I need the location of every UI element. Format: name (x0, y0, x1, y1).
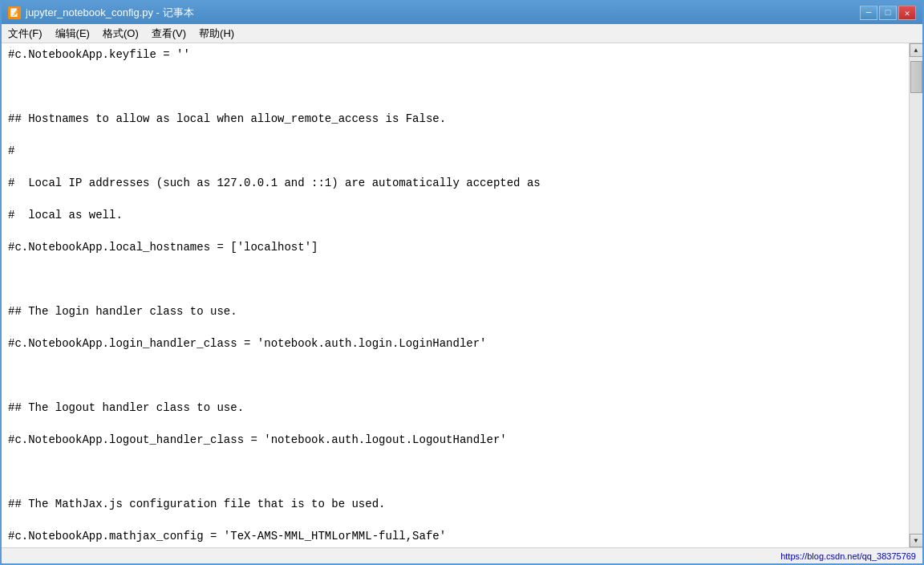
text-line-13 (8, 464, 902, 480)
app-icon: 📝 (8, 6, 21, 19)
text-line-14: ## The MathJax.js configuration file tha… (8, 496, 902, 512)
editor-content: #c.NotebookApp.keyfile = '' ## Hostnames… (2, 43, 909, 547)
editor-container: #c.NotebookApp.keyfile = '' ## Hostnames… (2, 43, 922, 547)
status-bar: https://blog.csdn.net/qq_38375769 (2, 547, 922, 563)
menu-file[interactable]: 文件(F) (2, 24, 49, 43)
scroll-thumb[interactable] (910, 61, 922, 93)
text-line-8: ## The login handler class to use. (8, 303, 902, 319)
menu-edit[interactable]: 编辑(E) (49, 24, 96, 43)
maximize-button[interactable]: □ (879, 6, 897, 20)
title-bar: 📝 jupyter_notebook_config.py - 记事本 ─ □ ✕ (2, 2, 922, 24)
scroll-track[interactable] (910, 57, 922, 534)
text-line-12: #c.NotebookApp.logout_handler_class = 'n… (8, 432, 902, 448)
text-line-4: # Local IP addresses (such as 127.0.0.1 … (8, 175, 902, 191)
text-editor[interactable]: #c.NotebookApp.keyfile = '' ## Hostnames… (2, 43, 909, 547)
menu-view[interactable]: 查看(V) (145, 24, 192, 43)
scroll-down-button[interactable]: ▼ (910, 534, 923, 547)
scroll-up-button[interactable]: ▲ (910, 43, 923, 57)
window-title: jupyter_notebook_config.py - 记事本 (26, 6, 194, 20)
text-line-9: #c.NotebookApp.login_handler_class = 'no… (8, 335, 902, 352)
minimize-button[interactable]: ─ (860, 6, 877, 20)
close-button[interactable]: ✕ (898, 6, 916, 20)
text-line-15: #c.NotebookApp.mathjax_config = 'TeX-AMS… (8, 528, 902, 544)
text-line-11: ## The logout handler class to use. (8, 400, 902, 416)
main-window: 📝 jupyter_notebook_config.py - 记事本 ─ □ ✕… (0, 0, 924, 565)
text-line-10 (8, 368, 902, 384)
text-line-6: #c.NotebookApp.local_hostnames = ['local… (8, 239, 902, 255)
menu-bar: 文件(F) 编辑(E) 格式(O) 查看(V) 帮助(H) (2, 24, 922, 43)
menu-help[interactable]: 帮助(H) (192, 24, 241, 43)
window-controls: ─ □ ✕ (860, 6, 916, 20)
vertical-scrollbar[interactable]: ▲ ▼ (909, 43, 922, 547)
text-line-5: # local as well. (8, 207, 902, 223)
text-line-3: # (8, 143, 902, 159)
title-bar-left: 📝 jupyter_notebook_config.py - 记事本 (8, 6, 194, 20)
menu-format[interactable]: 格式(O) (96, 24, 145, 43)
text-line-0: #c.NotebookApp.keyfile = '' (8, 47, 902, 63)
text-line-2: ## Hostnames to allow as local when allo… (8, 111, 902, 127)
text-line-7 (8, 271, 902, 287)
status-url: https://blog.csdn.net/qq_38375769 (780, 551, 916, 561)
text-line-1 (8, 79, 902, 95)
